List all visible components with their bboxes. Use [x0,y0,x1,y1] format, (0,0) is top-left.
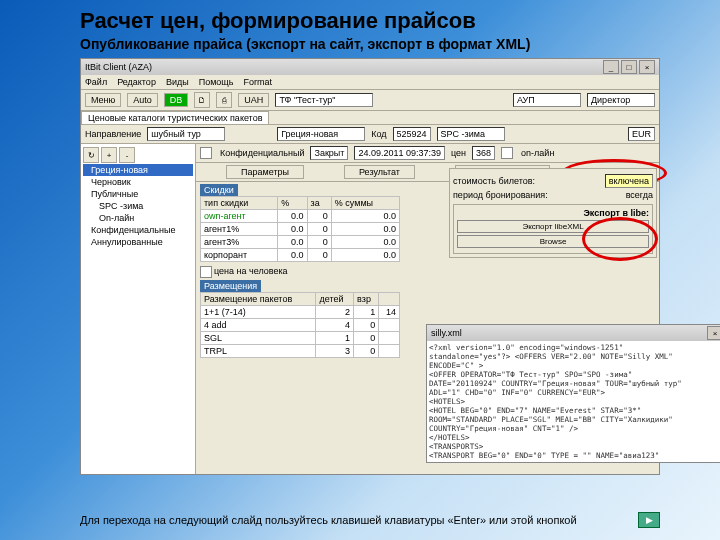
table-row[interactable]: агент1%0.000.0 [201,223,400,236]
ticket-cost-value[interactable]: включена [605,174,653,188]
col-placement: Размещение пакетов [201,293,316,306]
online-checkbox[interactable] [501,147,513,159]
menu-views[interactable]: Виды [166,77,189,87]
direction-field[interactable]: шубный тур [147,127,225,141]
main-tabs: Ценовые каталоги туристических пакетов [81,111,659,125]
col-percent: % [278,197,307,210]
browse-button[interactable]: Browse [457,235,649,248]
tab-result[interactable]: Результат [344,165,415,179]
content-area: ↻ + - Греция-новая Черновик Публичные SP… [81,144,659,474]
code-label: Код [371,129,386,139]
xml-file-name: silly.xml [431,328,462,338]
slide-title: Расчет цен, формирование прайсов [80,8,660,34]
window-title: ItBit Client (AZA) [85,62,152,72]
placement-header: Размещения [200,280,261,292]
db-button[interactable]: DB [164,93,189,107]
tree-minus-icon[interactable]: - [119,147,135,163]
footer-text: Для перехода на следующий слайд пользуйт… [80,514,577,526]
director-field[interactable]: Директор [587,93,655,107]
direction-bar: Направление шубный тур Греция-новая Код … [81,125,659,144]
booking-value: всегда [626,190,653,200]
table-row[interactable]: TRPL30 [201,345,400,358]
xml-viewer-window: silly.xml × <?xml version="1.0" encoding… [426,324,720,463]
code-field: 525924 [393,127,431,141]
nav-tree: ↻ + - Греция-новая Черновик Публичные SP… [81,144,196,474]
titlebar: ItBit Client (AZA) _ □ × [81,59,659,75]
country-field[interactable]: Греция-новая [277,127,365,141]
filter-bar: Конфиденциальный Закрыт 24.09.2011 09:37… [196,144,659,163]
tree-item-public[interactable]: Публичные [83,188,193,200]
discounts-header: Скидки [200,184,238,196]
season-field[interactable]: SPC -зима [437,127,505,141]
date-field[interactable]: 24.09.2011 09:37:39 [354,146,445,160]
xml-content: <?xml version="1.0" encoding="windows-12… [427,341,720,462]
menu-help[interactable]: Помощь [199,77,234,87]
menubar: Файл Редактор Виды Помощь Format [81,75,659,90]
col-discount-type: тип скидки [201,197,278,210]
menu-file[interactable]: Файл [85,77,107,87]
tree-root[interactable]: Греция-новая [83,164,193,176]
col-adults: взр [354,293,379,306]
menu-format[interactable]: Format [243,77,272,87]
slide-footer: Для перехода на следующий слайд пользуйт… [80,512,660,528]
close-button[interactable]: × [639,60,655,74]
placement-table: Размещение пакетов детей взр 1+1 (7-14)2… [200,292,400,358]
tree-item-conf[interactable]: Конфиденциальные [83,224,193,236]
col-for: за [307,197,331,210]
tool-icon-1[interactable]: 🗋 [194,92,210,108]
price-count-label: цен [451,148,466,158]
col-sum-percent: % суммы [331,197,399,210]
maximize-button[interactable]: □ [621,60,637,74]
booking-label: период бронирования: [453,190,548,200]
tree-refresh-icon[interactable]: ↻ [83,147,99,163]
tree-plus-icon[interactable]: + [101,147,117,163]
toolbar: Меню Auto DB 🗋 ⎙ UAH ТФ "Тест-тур" АУП Д… [81,90,659,111]
ticket-cost-label: стоимость билетов: [453,176,535,186]
menu-editor[interactable]: Редактор [117,77,156,87]
discounts-table: тип скидки % за % суммы own-агент0.000.0… [200,196,400,262]
export-title: Экспорт в libe: [457,208,649,218]
menu-button[interactable]: Меню [85,93,121,107]
tab-catalog[interactable]: Ценовые каталоги туристических пакетов [81,111,269,124]
conf-checkbox[interactable] [200,147,212,159]
app-window: ItBit Client (AZA) _ □ × Файл Редактор В… [80,58,660,475]
table-row[interactable]: own-агент0.000.0 [201,210,400,223]
table-row[interactable]: 1+1 (7-14)2114 [201,306,400,319]
conf-label: Конфиденциальный [220,148,304,158]
tree-item-draft[interactable]: Черновик [83,176,193,188]
table-row[interactable]: корпорант0.000.0 [201,249,400,262]
export-box: Экспорт в libe: Экспорт libeXML Browse [453,204,653,254]
tree-item-spc[interactable]: SPC -зима [83,200,193,212]
publish-panel: стоимость билетов:включена период бронир… [449,168,657,258]
online-label: on-лайн [521,148,554,158]
minimize-button[interactable]: _ [603,60,619,74]
table-row[interactable]: агент3%0.000.0 [201,236,400,249]
direction-label: Направление [85,129,141,139]
tab-params[interactable]: Параметры [226,165,304,179]
auto-button[interactable]: Auto [127,93,158,107]
col-children: детей [316,293,354,306]
slide-subtitle: Опубликование прайса (экспорт на сайт, э… [80,36,660,52]
main-panel: Конфиденциальный Закрыт 24.09.2011 09:37… [196,144,659,474]
table-row[interactable]: SGL10 [201,332,400,345]
xml-close-button[interactable]: × [707,326,720,340]
export-xml-button[interactable]: Экспорт libeXML [457,220,649,233]
table-row[interactable]: 4 add40 [201,319,400,332]
next-slide-button[interactable]: ▶ [638,512,660,528]
price-person-label: цена на человека [214,266,288,276]
cur-field[interactable]: EUR [628,127,655,141]
aup-field[interactable]: АУП [513,93,581,107]
closed-field[interactable]: Закрыт [310,146,348,160]
tree-item-online[interactable]: On-лайн [83,212,193,224]
tree-item-cancelled[interactable]: Аннулированные [83,236,193,248]
price-count-field: 368 [472,146,495,160]
operator-field[interactable]: ТФ "Тест-тур" [275,93,373,107]
currency-selector[interactable]: UAH [238,93,269,107]
tool-icon-2[interactable]: ⎙ [216,92,232,108]
price-person-checkbox[interactable] [200,266,212,278]
